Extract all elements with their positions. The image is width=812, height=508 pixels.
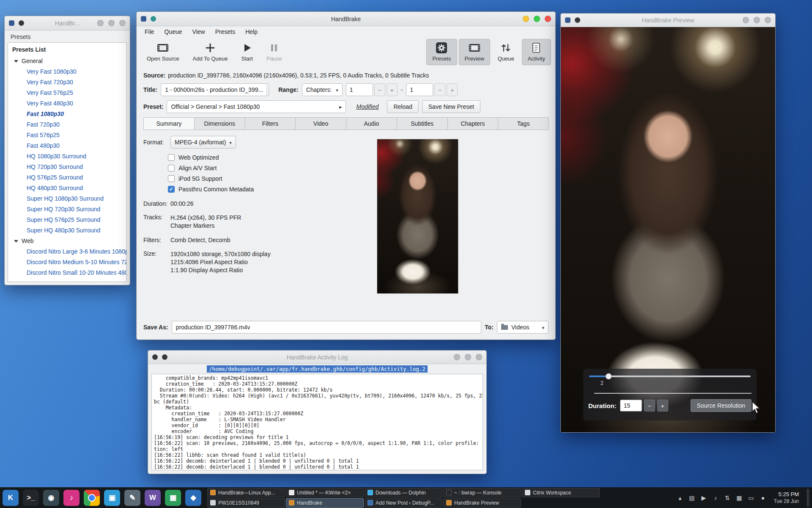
activity-window-titlebar[interactable]: HandBrake Activity Log xyxy=(148,351,486,364)
tray-clipboard-icon[interactable]: ▤ xyxy=(688,494,695,501)
add-to-queue-button[interactable]: Add To Queue xyxy=(187,39,234,65)
frame-slider[interactable] xyxy=(589,375,751,377)
tab-subtitles[interactable]: Subtitles xyxy=(397,117,448,130)
preset-item[interactable]: Discord Nitro Medium 5-10 Minutes 720... xyxy=(8,257,126,268)
range-type-select[interactable]: Chapters: xyxy=(302,83,343,96)
format-select[interactable]: MPEG-4 (avformat) xyxy=(170,136,236,149)
preset-item[interactable]: Very Fast 720p30 xyxy=(8,77,126,88)
preset-item[interactable]: Very Fast 576p25 xyxy=(8,88,126,98)
main-window-titlebar[interactable]: HandBrake xyxy=(137,12,555,26)
file-manager-icon[interactable]: ▣ xyxy=(104,490,120,506)
taskbar-task[interactable]: Untitled * — KWrite <2> xyxy=(286,488,364,497)
chrome-icon[interactable] xyxy=(84,490,100,506)
preset-item[interactable]: Very Fast 1080p30 xyxy=(8,66,126,77)
preset-item[interactable]: Fast 576p25 xyxy=(8,130,126,141)
preset-item[interactable]: Super HQ 720p30 Surround xyxy=(8,204,126,215)
checkbox[interactable] xyxy=(168,186,175,193)
close-button[interactable] xyxy=(545,16,551,22)
tray-expand-icon[interactable]: ▴ xyxy=(676,494,683,501)
konsole-icon[interactable]: >_ xyxy=(23,490,39,506)
start-button[interactable]: Start xyxy=(236,39,259,65)
minus-button[interactable] xyxy=(374,83,385,96)
checkbox[interactable] xyxy=(168,175,175,182)
window-menu-icon[interactable] xyxy=(151,16,156,22)
checkbox[interactable] xyxy=(168,154,175,161)
preset-item[interactable]: Discord Nitro Small 10-20 Minutes 480p3.… xyxy=(8,268,126,278)
taskbar-task[interactable]: Citrix Workspace xyxy=(522,488,600,497)
menu-view[interactable]: View xyxy=(188,27,210,36)
menu-presets[interactable]: Presets xyxy=(211,27,240,36)
toggle-activity-button[interactable]: Activity xyxy=(522,39,551,65)
destination-select[interactable]: Videos xyxy=(497,321,549,334)
checkbox-web-optimized[interactable]: Web Optimized xyxy=(168,152,549,163)
close-button[interactable] xyxy=(119,20,126,26)
preview-window-titlebar[interactable]: HandBrake Preview xyxy=(561,14,775,27)
plus-button[interactable] xyxy=(657,400,668,411)
save-as-input[interactable]: production ID_3997786.m4v xyxy=(172,321,482,334)
maximize-button[interactable] xyxy=(108,20,115,26)
app-launcher-icon[interactable]: K xyxy=(3,490,19,506)
music-player-icon[interactable]: ♪ xyxy=(63,490,80,506)
preset-item[interactable]: Super HQ 1080p30 Surround xyxy=(8,193,126,204)
taskbar-task[interactable]: Downloads — Dolphin xyxy=(365,488,442,497)
collapse-icon[interactable] xyxy=(14,60,18,63)
menu-help[interactable]: Help xyxy=(241,27,262,36)
log-file-path[interactable]: /home/debugpoint/.var/app/fr.handbrake.g… xyxy=(207,365,428,373)
minimize-button[interactable] xyxy=(523,16,529,22)
duration-input[interactable]: 15 xyxy=(620,400,642,411)
minus-button[interactable] xyxy=(434,83,445,96)
tray-media-icon[interactable]: ▶ xyxy=(700,494,707,501)
preset-item[interactable]: Super HQ 576p25 Surround xyxy=(8,215,126,225)
tray-keyboard-icon[interactable]: ▦ xyxy=(735,494,743,501)
preset-item[interactable]: Fast 1080p30 xyxy=(8,109,126,119)
preset-item[interactable]: Very Fast 480p30 xyxy=(8,98,126,109)
clock[interactable]: 5:25 PM Tue 28 Jun xyxy=(774,491,799,505)
tab-video[interactable]: Video xyxy=(295,117,346,130)
taskbar-task[interactable]: Add New Post ‹ DebugP... xyxy=(365,498,442,508)
presets-menu-label[interactable]: Presets xyxy=(5,30,130,42)
menu-file[interactable]: File xyxy=(140,27,159,36)
checkbox-passthru-common-metadata[interactable]: Passthru Common Metadata xyxy=(168,184,549,194)
preset-item[interactable]: HQ 576p25 Surround xyxy=(8,172,126,183)
taskbar-task[interactable]: HandBrake xyxy=(286,498,364,508)
minimize-button[interactable] xyxy=(454,354,460,360)
reload-button[interactable]: Reload xyxy=(387,100,418,113)
taskbar-task[interactable]: HandBrake Preview xyxy=(443,498,521,508)
checkbox-align-av-start[interactable]: Align A/V Start xyxy=(168,163,549,173)
minus-button[interactable] xyxy=(644,400,655,411)
tab-chapters[interactable]: Chapters xyxy=(447,117,499,130)
toggle-presets-button[interactable]: Presets xyxy=(426,39,457,65)
workspace-icon[interactable]: ◆ xyxy=(185,490,201,506)
source-resolution-button[interactable]: Source Resolution xyxy=(691,399,752,412)
range-end-input[interactable]: 1 xyxy=(406,83,433,96)
menu-queue[interactable]: Queue xyxy=(160,27,187,36)
spreadsheet-icon[interactable]: ▦ xyxy=(165,490,181,506)
toggle-queue-button[interactable]: Queue xyxy=(492,39,520,65)
close-button[interactable] xyxy=(765,17,771,23)
taskbar-task[interactable]: HandBrake—Linux App... xyxy=(207,488,285,497)
wordpress-icon[interactable]: W xyxy=(145,490,161,506)
tab-summary[interactable]: Summary xyxy=(143,117,195,130)
window-menu-icon[interactable] xyxy=(162,354,167,360)
preset-item[interactable]: Fast 720p30 xyxy=(8,119,126,130)
maximize-button[interactable] xyxy=(465,354,471,360)
minimize-button[interactable] xyxy=(743,17,749,23)
checkbox[interactable] xyxy=(168,165,175,171)
tray-battery-icon[interactable]: ▭ xyxy=(747,494,754,501)
preset-item[interactable]: HQ 720p30 Surround xyxy=(8,162,126,172)
tab-tags[interactable]: Tags xyxy=(498,117,549,130)
pause-button[interactable]: Pause xyxy=(261,39,288,65)
toggle-preview-button[interactable]: Preview xyxy=(459,39,490,65)
window-menu-icon[interactable] xyxy=(19,20,24,26)
save-new-preset-button[interactable]: Save New Preset xyxy=(422,100,480,113)
tray-status-icon[interactable]: ● xyxy=(759,494,766,501)
collapse-icon[interactable] xyxy=(14,240,18,243)
tray-network-icon[interactable]: ⇅ xyxy=(724,494,731,501)
show-desktop-button[interactable] xyxy=(807,489,809,507)
frame-slider-handle[interactable] xyxy=(605,373,612,380)
close-button[interactable] xyxy=(476,354,482,360)
presets-window-titlebar[interactable]: HandBr... xyxy=(5,16,130,30)
text-editor-icon[interactable]: ✎ xyxy=(124,490,140,506)
tab-audio[interactable]: Audio xyxy=(346,117,397,130)
checkbox-ipod-5g-support[interactable]: iPod 5G Support xyxy=(168,173,549,184)
